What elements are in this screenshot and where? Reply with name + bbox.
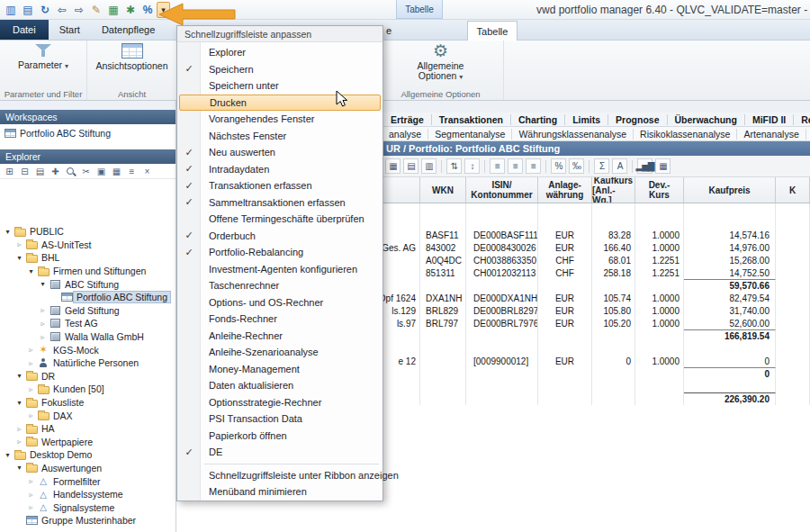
tree-item[interactable]: ▹Geld Stiftung xyxy=(0,304,176,318)
ribbon-tab-datenpflege[interactable]: Datenpflege xyxy=(91,20,166,40)
copy-icon[interactable]: ▣ xyxy=(94,166,108,178)
tree-item[interactable]: ▾Desktop Demo xyxy=(0,448,176,462)
font-icon[interactable]: A xyxy=(612,158,627,174)
tree-item[interactable]: ▹Test AG xyxy=(0,317,176,330)
menu-item[interactable]: ✓Speichern xyxy=(177,61,382,78)
menu-item[interactable]: PSI Transaction Data xyxy=(177,410,382,428)
align-center-icon[interactable]: ≡ xyxy=(508,158,523,174)
menu-item[interactable]: ✓Intradaydaten xyxy=(177,161,382,178)
menu-item[interactable]: ✓DE xyxy=(177,444,382,461)
menu-item[interactable]: Schnellzugriffsleiste unter Ribbon anzei… xyxy=(177,467,382,484)
analysis-tab-länderanalyse[interactable]: Länderanalyse xyxy=(806,129,810,140)
tree-item[interactable]: Gruppe Musterinhaber xyxy=(0,514,176,527)
tree-item[interactable]: ▹Wertpapiere xyxy=(0,436,176,449)
previous-window-icon[interactable]: ⇦ xyxy=(54,2,70,18)
export-icon[interactable]: ▦ xyxy=(655,158,670,174)
save-icon[interactable]: ▤ xyxy=(20,2,36,18)
menu-item[interactable]: Explorer xyxy=(177,44,382,61)
new-node-icon[interactable]: ✚ xyxy=(49,166,62,178)
filter-settings-icon[interactable]: ≡ xyxy=(125,166,139,178)
menu-item[interactable]: ✓Orderbuch xyxy=(177,228,382,245)
menu-item[interactable]: Money-Management xyxy=(177,361,382,378)
ribbon-tab-fragment[interactable]: e xyxy=(386,20,392,41)
ribbon-tab-start[interactable]: Start xyxy=(49,20,91,40)
collapsed-arrow-icon[interactable]: ▹ xyxy=(14,437,24,446)
tree-item[interactable]: ▾DR xyxy=(0,370,176,383)
menu-item[interactable]: Vorangehendes Fenster xyxy=(177,111,382,128)
tree-item[interactable]: ▾Fokusliste xyxy=(0,396,176,410)
view-tab-überwachung[interactable]: Überwachung xyxy=(668,114,745,125)
list-view-icon[interactable]: ⊟ xyxy=(18,166,32,178)
menu-item[interactable]: ✓Sammeltransaktionen erfassen xyxy=(177,194,382,212)
expanded-arrow-icon[interactable]: ▾ xyxy=(3,228,13,236)
menu-item[interactable]: Nächstes Fenster xyxy=(177,128,382,145)
collapsed-arrow-icon[interactable]: ▹ xyxy=(14,425,24,433)
tree-item[interactable]: ▹AS-UnitTest xyxy=(0,239,176,252)
tree-item[interactable]: ▹✶KGS-Mock xyxy=(0,343,176,356)
collapsed-arrow-icon[interactable]: ▹ xyxy=(26,411,36,419)
collapsed-arrow-icon[interactable]: ▹ xyxy=(14,240,24,248)
table-view-icon[interactable]: ▦ xyxy=(385,158,400,174)
chart-icon[interactable]: ▂▅▇ xyxy=(637,158,652,174)
view-tab-reporting[interactable]: Reporting xyxy=(794,114,810,125)
menu-item[interactable]: Drucken xyxy=(179,95,381,112)
refresh-icon[interactable]: ↻ xyxy=(37,2,53,18)
column-header[interactable]: K xyxy=(776,177,810,203)
collapsed-arrow-icon[interactable]: ▹ xyxy=(26,491,36,499)
analysis-tab-artenanalyse[interactable]: Artenanalyse xyxy=(737,129,806,140)
view-tab-limits[interactable]: Limits xyxy=(565,114,608,125)
gear-icon[interactable]: ✱ xyxy=(122,2,139,18)
menu-item[interactable]: Optionsstrategie-Rechner xyxy=(177,394,382,411)
next-window-icon[interactable]: ⇨ xyxy=(71,2,87,18)
menu-item[interactable]: Speichern unter xyxy=(177,77,382,95)
percent-format-icon[interactable]: % xyxy=(551,158,566,174)
collapsed-arrow-icon[interactable]: ▹ xyxy=(26,359,36,367)
expanded-arrow-icon[interactable]: ▾ xyxy=(38,280,48,288)
paste-icon[interactable]: ▦ xyxy=(110,166,123,178)
collapsed-arrow-icon[interactable]: ▹ xyxy=(38,306,48,314)
expanded-arrow-icon[interactable]: ▾ xyxy=(14,399,24,407)
align-left-icon[interactable]: ≡ xyxy=(490,158,505,174)
sort-rows-icon[interactable]: ↕ xyxy=(464,158,480,174)
menu-item[interactable]: Offene Termingeschäfte überprüfen xyxy=(177,211,382,228)
tree-item[interactable]: ▹HA xyxy=(0,422,176,436)
view-tab-erträge[interactable]: Erträge xyxy=(383,114,432,125)
column-header[interactable]: Kaufpreis xyxy=(684,177,776,203)
collapsed-arrow-icon[interactable]: ▹ xyxy=(26,346,36,354)
column-header[interactable]: ISIN/Kontonummer xyxy=(466,177,538,203)
tree-item[interactable]: ▾PUBLIC xyxy=(0,225,176,239)
chart-window-icon[interactable]: ▥ xyxy=(3,2,19,18)
close-icon[interactable]: × xyxy=(140,166,154,178)
collapsed-arrow-icon[interactable]: ▹ xyxy=(38,320,48,328)
column-view-icon[interactable]: ▥ xyxy=(421,158,436,174)
menu-item[interactable]: ✓Neu auswerten xyxy=(177,144,382,161)
tree-item[interactable]: ▾ABC Stiftung xyxy=(0,277,176,291)
menu-item[interactable]: ✓Transaktionen erfassen xyxy=(177,177,382,194)
ansichtsoptionen-button[interactable]: Ansichtsoptionen xyxy=(87,43,176,71)
tree-item[interactable]: ▾BHL xyxy=(0,251,176,265)
view-tab-transaktionen[interactable]: Transaktionen xyxy=(432,114,511,125)
ribbon-tab-datei[interactable]: Datei xyxy=(0,20,49,40)
collapsed-arrow-icon[interactable]: ▹ xyxy=(26,477,36,485)
column-header[interactable]: Dev.-Kurs xyxy=(635,177,684,203)
tree-item[interactable]: ▹△Handelssysteme xyxy=(0,488,176,501)
analysis-tab-analyse[interactable]: analyse xyxy=(382,129,428,140)
menu-item[interactable]: Papierkorb öffnen xyxy=(177,428,382,445)
menu-item[interactable]: Anleihe-Szenarioanalyse xyxy=(177,344,382,361)
tree-view-icon[interactable]: ⊞ xyxy=(3,166,16,178)
tree-item[interactable]: ▹△Signalsysteme xyxy=(0,500,176,514)
menu-item[interactable]: Anleihe-Rechner xyxy=(177,328,382,345)
tree-item[interactable]: ▾Firmen und Stiftungen xyxy=(0,265,176,278)
notes-icon[interactable]: ✎ xyxy=(88,2,104,18)
column-header[interactable]: WKN xyxy=(420,177,466,203)
menu-item[interactable]: Fonds-Rechner xyxy=(177,311,382,328)
menu-item[interactable]: Taschenrechner xyxy=(177,277,382,294)
tree-item[interactable]: Portfolio ABC Stiftung xyxy=(0,291,176,304)
details-view-icon[interactable]: ▤ xyxy=(33,166,47,178)
menu-item[interactable]: Options- und OS-Rechner xyxy=(177,294,382,311)
ribbon-tab-tabelle[interactable]: Tabelle xyxy=(467,21,518,41)
menu-item[interactable]: ✓Portfolio-Rebalancing xyxy=(177,244,382,261)
tree-item[interactable]: ▹Kunden [50] xyxy=(0,383,176,396)
tree-item[interactable]: ▾Auswertungen xyxy=(0,462,176,475)
collapsed-arrow-icon[interactable]: ▹ xyxy=(26,385,36,393)
